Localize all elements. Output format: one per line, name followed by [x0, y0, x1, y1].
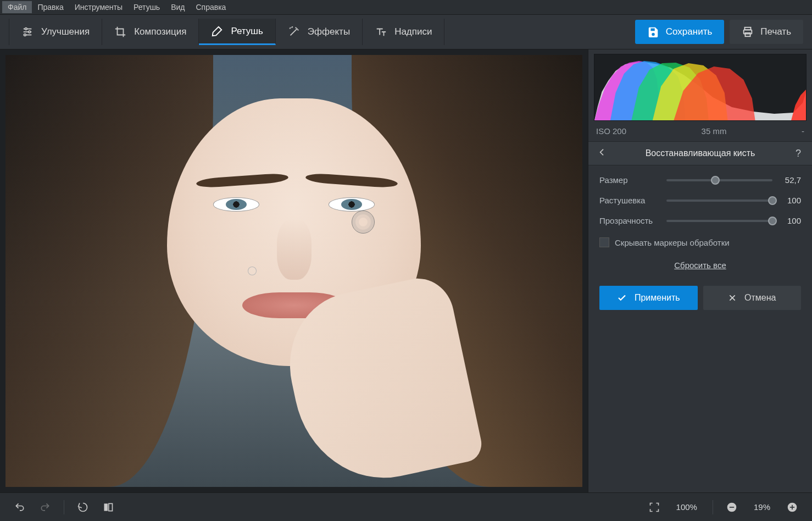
slider-opacity-row: Прозрачность 100	[599, 216, 801, 225]
redo-icon	[40, 502, 51, 513]
hide-markers-row: Скрывать маркеры обработки	[599, 237, 801, 247]
menu-tools[interactable]: Инструменты	[69, 1, 128, 13]
fit-screen-button[interactable]	[644, 497, 664, 517]
tab-retouch-label: Ретушь	[231, 26, 263, 37]
tab-captions-label: Надписи	[394, 26, 432, 37]
fit-icon	[649, 502, 660, 513]
svg-rect-11	[104, 503, 108, 511]
rotate-button[interactable]	[73, 497, 93, 517]
text-icon	[375, 26, 387, 38]
print-icon	[742, 26, 754, 38]
heal-marker[interactable]	[248, 267, 257, 275]
meta-extra: -	[802, 126, 804, 136]
slider-opacity[interactable]	[666, 220, 772, 222]
svg-point-3	[25, 28, 27, 30]
menu-view[interactable]: Вид	[165, 1, 190, 13]
undo-button[interactable]	[10, 497, 30, 517]
cancel-button[interactable]: Отмена	[703, 286, 802, 310]
menu-edit[interactable]: Правка	[32, 1, 69, 13]
tab-effects-label: Эффекты	[308, 26, 350, 37]
chevron-left-icon	[598, 148, 607, 157]
canvas-area[interactable]	[0, 49, 588, 492]
zoom-in-button[interactable]	[782, 497, 802, 517]
svg-rect-17	[792, 505, 793, 509]
back-button[interactable]	[596, 148, 608, 159]
scale-label[interactable]: 100%	[670, 502, 704, 512]
undo-icon	[14, 502, 25, 513]
plus-circle-icon	[787, 502, 798, 513]
slider-size-value: 52,7	[778, 175, 801, 185]
wand-icon	[288, 26, 300, 38]
slider-feather-value: 100	[778, 196, 801, 205]
apply-label: Применить	[635, 293, 680, 303]
tab-captions[interactable]: Надписи	[363, 19, 444, 45]
photo-metadata: ISO 200 35 mm -	[588, 123, 812, 141]
histogram[interactable]	[594, 54, 807, 121]
menu-retouch[interactable]: Ретушь	[128, 1, 165, 13]
hide-markers-checkbox[interactable]	[599, 237, 609, 247]
save-label: Сохранить	[666, 26, 712, 37]
reset-all-link[interactable]: Сбросить все	[674, 260, 726, 270]
slider-size-row: Размер 52,7	[599, 175, 801, 185]
rotate-icon	[77, 502, 88, 513]
print-button[interactable]: Печать	[730, 20, 803, 44]
slider-feather[interactable]	[666, 199, 772, 202]
zoom-out-button[interactable]	[722, 497, 742, 517]
redo-button[interactable]	[35, 497, 55, 517]
menu-help[interactable]: Справка	[190, 1, 231, 13]
slider-size-label: Размер	[599, 175, 661, 185]
slider-opacity-label: Прозрачность	[599, 216, 661, 225]
cancel-label: Отмена	[744, 293, 776, 303]
minus-circle-icon	[726, 502, 737, 513]
tab-composition-label: Композиция	[134, 26, 186, 37]
main-toolbar: Улучшения Композиция Ретушь Эффекты Надп…	[0, 14, 812, 49]
save-button[interactable]: Сохранить	[635, 20, 724, 44]
close-icon	[728, 293, 737, 302]
sliders-icon	[21, 26, 34, 38]
slider-size[interactable]	[666, 179, 772, 181]
side-panel: ISO 200 35 mm - Восстанавливающая кисть …	[588, 49, 812, 492]
compare-button[interactable]	[98, 497, 118, 517]
crop-icon	[114, 26, 126, 38]
statusbar: 100% 19%	[0, 492, 812, 521]
tab-enhance[interactable]: Улучшения	[9, 19, 102, 45]
brush-cursor	[352, 210, 375, 234]
svg-rect-12	[109, 503, 113, 511]
photo-preview	[5, 55, 582, 487]
tab-enhance-label: Улучшения	[41, 26, 90, 37]
brush-icon	[211, 25, 223, 37]
slider-opacity-value: 100	[778, 216, 801, 225]
tab-composition[interactable]: Композиция	[102, 19, 199, 45]
tab-effects[interactable]: Эффекты	[276, 19, 363, 45]
svg-point-4	[29, 31, 31, 33]
tab-retouch[interactable]: Ретушь	[199, 19, 275, 45]
help-button[interactable]: ?	[792, 148, 804, 159]
menu-file[interactable]: Файл	[2, 1, 32, 13]
print-label: Печать	[760, 26, 791, 37]
meta-focal: 35 mm	[702, 126, 727, 136]
save-icon	[647, 26, 659, 38]
zoom-label[interactable]: 19%	[747, 502, 777, 512]
check-icon	[617, 293, 627, 303]
slider-feather-label: Растушевка	[599, 196, 661, 205]
svg-rect-14	[730, 507, 734, 508]
hide-markers-label: Скрывать маркеры обработки	[615, 238, 730, 247]
compare-icon	[103, 502, 114, 513]
meta-iso: ISO 200	[596, 126, 626, 136]
slider-feather-row: Растушевка 100	[599, 196, 801, 205]
tool-panel-header: Восстанавливающая кисть ?	[588, 141, 812, 165]
menubar: Файл Правка Инструменты Ретушь Вид Справ…	[0, 0, 812, 14]
svg-point-5	[24, 34, 26, 36]
tool-title: Восстанавливающая кисть	[608, 148, 792, 158]
apply-button[interactable]: Применить	[599, 286, 698, 310]
